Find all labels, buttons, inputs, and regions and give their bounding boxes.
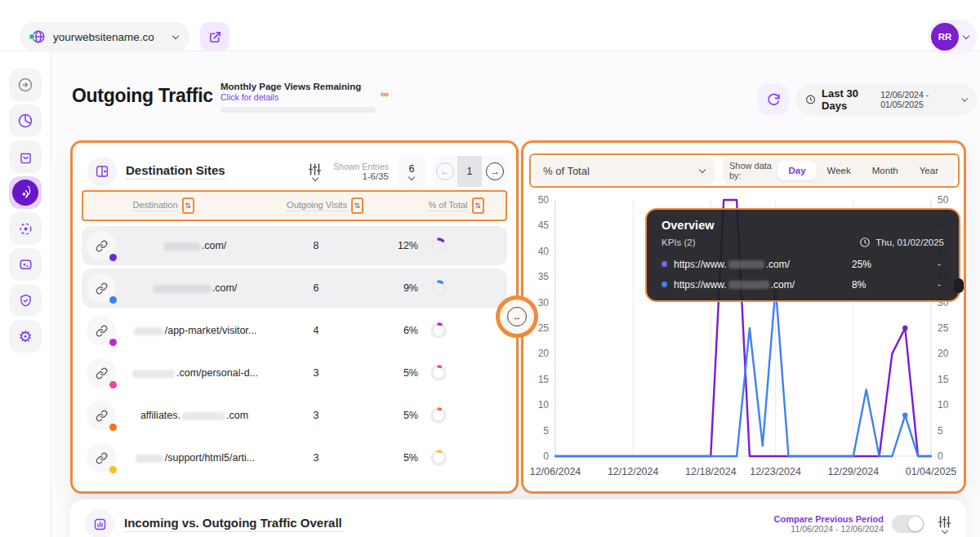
- page-size-select[interactable]: 6: [397, 154, 426, 189]
- sort-destination-button[interactable]: ⇅: [182, 197, 194, 214]
- open-site-button[interactable]: [200, 22, 229, 51]
- sidebar-item-collapse[interactable]: [9, 69, 42, 101]
- link-icon: [96, 452, 108, 464]
- infinity-badge: ∞: [381, 87, 389, 100]
- pct-of-total-cell: 9%: [359, 282, 418, 294]
- chevron-down-icon: [963, 32, 969, 38]
- link-icon-badge: [87, 231, 116, 260]
- series-color-dot: [109, 254, 117, 261]
- panel-resize-handle[interactable]: ↔: [496, 295, 538, 338]
- radar-icon: [19, 186, 33, 200]
- svg-text:20: 20: [938, 348, 949, 359]
- outgoing-visits-cell: 3: [273, 452, 359, 464]
- series-color-dot: [109, 381, 117, 388]
- metric-select[interactable]: % of Total: [533, 158, 715, 184]
- chart-controls: % of Total Show data by: Day Week Month …: [529, 153, 960, 188]
- link-icon-badge: [87, 401, 116, 430]
- svg-text:25: 25: [938, 322, 949, 334]
- panel-title: Destination Sites: [126, 163, 225, 180]
- chat-bubble-icon: [18, 257, 33, 273]
- chevron-down-icon: [408, 174, 415, 180]
- sort-outgoing-visits-button[interactable]: ⇅: [351, 197, 363, 214]
- globe-icon: [31, 29, 46, 44]
- chevron-down-icon: [699, 166, 706, 172]
- svg-text:0: 0: [543, 450, 549, 462]
- svg-text:20: 20: [538, 348, 550, 359]
- link-icon: [96, 367, 108, 379]
- svg-text:10: 10: [938, 399, 949, 411]
- column-outgoing-visits[interactable]: Outgoing Visits: [287, 200, 347, 211]
- sidebar-item-analytics[interactable]: [9, 104, 42, 137]
- svg-text:12/18/2024: 12/18/2024: [685, 466, 737, 477]
- clock-icon: [859, 237, 871, 248]
- share-donut: [430, 364, 448, 382]
- shopping-bag-icon: [18, 149, 33, 165]
- svg-text:40: 40: [538, 246, 550, 257]
- clock-icon: [805, 93, 816, 106]
- refresh-button[interactable]: [758, 84, 789, 115]
- horizontal-arrows-icon: ↔: [507, 307, 527, 326]
- svg-text:01/04/2025: 01/04/2025: [906, 466, 957, 477]
- focus-scan-icon: [18, 221, 33, 237]
- pageviews-details-link[interactable]: Click for details: [220, 92, 377, 102]
- compare-toggle[interactable]: [892, 515, 924, 533]
- sort-pct-of-total-button[interactable]: ⇅: [472, 197, 484, 214]
- series-color-dot: [109, 424, 117, 431]
- table-row[interactable]: .com/69%: [82, 268, 507, 308]
- sidebar-item-settings[interactable]: ⚙: [9, 320, 42, 353]
- shown-entries: Shown Entries 1-6/35: [333, 162, 389, 181]
- destination-cell: .com/personal-d...: [116, 367, 273, 379]
- pct-of-total-cell: 12%: [359, 240, 418, 251]
- topbar: yourwebsitename.co RR: [0, 0, 980, 51]
- user-menu[interactable]: RR: [928, 20, 977, 54]
- page-title: Outgoing Traffic: [72, 85, 213, 107]
- table-row[interactable]: affiliates..com35%: [82, 396, 507, 435]
- pct-of-total-cell: 5%: [359, 410, 418, 421]
- arrow-right-circle-icon: [17, 77, 33, 93]
- date-range-selector[interactable]: Last 30 Days 12/06/2024 - 01/05/2025: [795, 84, 977, 115]
- external-link-icon: [208, 30, 222, 44]
- share-donut: [430, 449, 448, 467]
- traffic-chart-panel: % of Total Show data by: Day Week Month …: [521, 140, 966, 494]
- granularity-week[interactable]: Week: [817, 161, 862, 180]
- column-destination[interactable]: Destination: [132, 200, 177, 211]
- current-page: 1: [457, 156, 482, 187]
- outgoing-visits-cell: 3: [273, 367, 359, 379]
- granularity-year[interactable]: Year: [909, 161, 949, 180]
- outgoing-visits-cell: 3: [273, 410, 359, 421]
- compare-previous-period: Compare Previous Period 11/06/2024 - 12/…: [774, 514, 884, 534]
- next-page-button[interactable]: →: [482, 162, 508, 180]
- prev-page-button[interactable]: ←: [433, 162, 457, 180]
- sidebar-item-chat[interactable]: [9, 248, 42, 281]
- granularity-month[interactable]: Month: [862, 161, 909, 180]
- table-row[interactable]: .com/personal-d...35%: [82, 353, 507, 393]
- table-row[interactable]: /support/html5/arti...35%: [82, 438, 507, 477]
- avatar: RR: [931, 23, 959, 51]
- table-row[interactable]: /app-market/visitor...46%: [82, 311, 507, 350]
- date-range-label: Last 30 Days: [822, 87, 875, 112]
- share-donut: [430, 322, 448, 340]
- sidebar-item-focus[interactable]: [9, 212, 42, 245]
- pageviews-label: Monthly Page Views Remaining: [220, 82, 377, 91]
- tooltip-kpis-label: KPIs (2): [662, 237, 696, 247]
- pct-of-total-cell: 5%: [359, 452, 418, 464]
- svg-text:15: 15: [938, 374, 949, 385]
- svg-text:15: 15: [538, 374, 550, 385]
- link-icon-badge: [87, 273, 116, 303]
- pageviews-progress-bar: [220, 107, 376, 113]
- sidebar-item-outgoing-traffic[interactable]: [9, 176, 42, 209]
- table-row[interactable]: .com/812%: [82, 226, 507, 265]
- series-color-dot: [109, 339, 117, 346]
- shield-check-icon: [18, 293, 33, 308]
- bar-chart-icon: [85, 509, 114, 537]
- date-range-value: 12/06/2024 - 01/05/2025: [880, 90, 957, 109]
- section-filters-button[interactable]: [938, 515, 951, 533]
- column-pct-of-total[interactable]: % of Total: [428, 200, 467, 211]
- table-filters-button[interactable]: [308, 162, 322, 180]
- series-color-dot: [662, 261, 667, 267]
- site-selector[interactable]: yourwebsitename.co: [20, 22, 189, 51]
- incoming-vs-outgoing-panel: Incoming vs. Outgoing Traffic Overall Co…: [70, 499, 966, 537]
- granularity-day[interactable]: Day: [777, 161, 816, 180]
- sidebar-item-security[interactable]: [9, 284, 42, 317]
- sidebar-item-store[interactable]: [9, 140, 42, 173]
